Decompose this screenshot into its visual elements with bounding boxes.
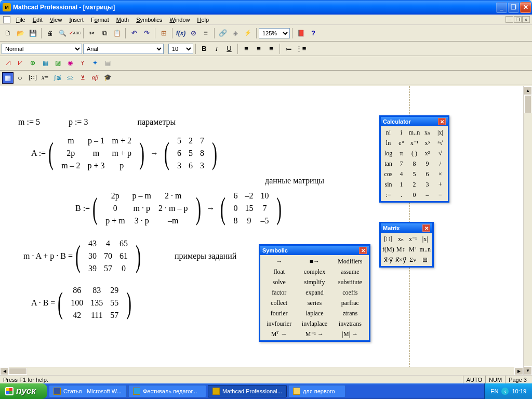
tray-back-icon[interactable]: ‹ bbox=[501, 388, 509, 395]
calc-cell-33[interactable]: – bbox=[421, 190, 434, 200]
calculator-toolbar-icon[interactable]: ▦ bbox=[2, 72, 14, 84]
open-button[interactable] bbox=[15, 28, 26, 39]
maximize-button[interactable]: ❐ bbox=[508, 2, 519, 13]
symbolic-cell-12[interactable]: collect bbox=[261, 298, 297, 308]
copy-button[interactable] bbox=[99, 28, 110, 39]
vertical-scrollbar[interactable]: ▲ ▼ bbox=[523, 86, 532, 375]
menu-help[interactable]: Help bbox=[194, 16, 213, 24]
matrix-expr2[interactable]: 868329 10013555 4211157 bbox=[65, 284, 124, 322]
cut-button[interactable] bbox=[86, 28, 98, 39]
spellcheck-button[interactable]: ABC bbox=[69, 28, 81, 39]
calculator-close-icon[interactable]: ✕ bbox=[438, 118, 446, 125]
style-select[interactable]: Normal bbox=[2, 44, 82, 54]
matrix-cell-3[interactable]: |x| bbox=[419, 234, 431, 244]
matrix-cell-0[interactable]: [∷] bbox=[382, 234, 395, 244]
calc-cell-14[interactable]: √ bbox=[434, 148, 447, 158]
zoom-trace-icon[interactable]: ⩗ bbox=[15, 58, 26, 69]
tray-clock[interactable]: 10:19 bbox=[512, 388, 526, 394]
symbolic-cell-6[interactable]: solve bbox=[261, 277, 297, 287]
matrix-cell-5[interactable]: M↕ bbox=[395, 244, 407, 255]
matrix-B-symbolic[interactable]: 2pp – m2 · m 0m · p2 · m – p p + m3 · p–… bbox=[100, 190, 193, 227]
numbering-button[interactable]: ⋮≡ bbox=[295, 43, 307, 55]
symbolic-cell-1[interactable]: ■→ bbox=[297, 256, 332, 267]
calculate-button[interactable]: = bbox=[200, 28, 211, 39]
matrix-cell-9[interactable]: x⃗×y⃗ bbox=[395, 255, 407, 265]
component-button[interactable]: ◈ bbox=[230, 28, 241, 39]
symbolic-cell-18[interactable]: invfourier bbox=[261, 318, 297, 329]
scroll-right-icon[interactable]: ▶ bbox=[514, 367, 523, 375]
calc-cell-10[interactable]: log bbox=[382, 148, 395, 158]
calc-cell-31[interactable]: . bbox=[395, 190, 408, 200]
calc-cell-15[interactable]: tan bbox=[382, 158, 395, 169]
calc-cell-8[interactable]: xʸ bbox=[421, 138, 434, 148]
horizontal-scrollbar[interactable]: ◀ ▶ bbox=[0, 367, 523, 375]
contour-plot-icon[interactable]: ▨ bbox=[52, 58, 63, 69]
underline-button[interactable]: U bbox=[223, 43, 235, 55]
mdi-restore-button[interactable]: ❐ bbox=[514, 16, 522, 23]
mdi-minimize-button[interactable]: – bbox=[506, 16, 513, 23]
italic-button[interactable]: I bbox=[211, 43, 222, 55]
close-button[interactable]: ✕ bbox=[520, 2, 531, 13]
calc-cell-1[interactable]: i bbox=[395, 127, 408, 138]
task-word[interactable]: Статья - Microsoft W... bbox=[49, 385, 127, 397]
symbolic-cell-15[interactable]: fourier bbox=[261, 308, 297, 318]
symbolic-cell-2[interactable]: Modifiers bbox=[332, 256, 368, 267]
menu-insert[interactable]: Insert bbox=[65, 16, 87, 24]
symbolic-cell-10[interactable]: expand bbox=[297, 287, 332, 298]
symbolic-cell-7[interactable]: simplify bbox=[297, 277, 332, 287]
calc-cell-29[interactable]: + bbox=[434, 179, 447, 190]
calc-cell-6[interactable]: eˣ bbox=[395, 138, 408, 148]
expr1-lhs[interactable]: m · A + p · B = bbox=[23, 251, 73, 261]
hyperlink-button[interactable]: 🔗 bbox=[217, 28, 229, 39]
symbolic-cell-19[interactable]: invlaplace bbox=[297, 318, 332, 329]
symbolic-palette[interactable]: Symbolic✕ →■→Modifiersfloatcomplexassume… bbox=[259, 244, 370, 342]
calc-cell-28[interactable]: 3 bbox=[421, 179, 434, 190]
print-button[interactable] bbox=[44, 28, 56, 39]
symbolic-cell-13[interactable]: series bbox=[297, 298, 332, 308]
calc-cell-21[interactable]: 4 bbox=[395, 169, 408, 179]
params-label[interactable]: параметры bbox=[137, 117, 176, 127]
calc-cell-7[interactable]: x⁻¹ bbox=[408, 138, 421, 148]
zoom-select[interactable]: 125% bbox=[259, 28, 290, 38]
insert-unit-button[interactable]: ⊘ bbox=[188, 28, 199, 39]
symbolic-cell-14[interactable]: parfrac bbox=[332, 298, 368, 308]
xy-plot-icon[interactable]: ⩘ bbox=[2, 58, 14, 69]
menu-edit[interactable]: Edit bbox=[29, 16, 46, 24]
task-folder[interactable]: для первого bbox=[288, 385, 345, 397]
matrix-cell-1[interactable]: xₙ bbox=[395, 234, 407, 244]
scroll-thumb-h[interactable] bbox=[9, 368, 27, 375]
calc-cell-27[interactable]: 2 bbox=[408, 179, 421, 190]
programming-toolbar-icon[interactable]: ⊻ bbox=[77, 72, 88, 84]
calc-cell-24[interactable]: × bbox=[434, 169, 447, 179]
calc-cell-0[interactable]: n! bbox=[382, 127, 395, 138]
calc-cell-5[interactable]: ln bbox=[382, 138, 395, 148]
undo-button[interactable] bbox=[128, 28, 140, 39]
calc-cell-17[interactable]: 8 bbox=[408, 158, 421, 169]
symbolic-cell-3[interactable]: float bbox=[261, 267, 297, 277]
matrix-B-numeric[interactable]: 6–210 0157 89–5 bbox=[228, 190, 274, 227]
graph-toolbar-icon[interactable]: ⫝ bbox=[15, 72, 26, 84]
symbolic-cell-16[interactable]: laplace bbox=[297, 308, 332, 318]
calc-cell-16[interactable]: 7 bbox=[395, 158, 408, 169]
B-lhs[interactable]: B := bbox=[75, 204, 90, 213]
m-definition[interactable]: m := 5 bbox=[18, 117, 40, 127]
scroll-thumb[interactable] bbox=[524, 95, 531, 113]
picture-icon[interactable]: ▤ bbox=[102, 58, 113, 69]
vector-plot-icon[interactable]: ✦ bbox=[89, 58, 101, 69]
symbolic-cell-4[interactable]: complex bbox=[297, 267, 332, 277]
scroll-left-icon[interactable]: ◀ bbox=[0, 367, 9, 375]
calc-cell-12[interactable]: ( ) bbox=[408, 148, 421, 158]
matrix-cell-4[interactable]: f(M) bbox=[382, 244, 395, 255]
menu-symbolics[interactable]: Symbolics bbox=[132, 16, 166, 24]
symbolic-cell-11[interactable]: coeffs bbox=[332, 287, 368, 298]
matrix-A-numeric[interactable]: 527 658 363 bbox=[172, 135, 209, 172]
calculator-palette[interactable]: Calculator✕ n!im..nxₙ|x|lneˣx⁻¹xʸⁿ√logπ(… bbox=[379, 115, 449, 203]
save-button[interactable] bbox=[27, 28, 38, 39]
symbolic-cell-23[interactable]: |M| → bbox=[332, 329, 368, 339]
symbolic-cell-8[interactable]: substitute bbox=[332, 277, 368, 287]
matrix-cell-8[interactable]: x⃗·y⃗ bbox=[382, 255, 395, 265]
calc-cell-26[interactable]: 1 bbox=[395, 179, 408, 190]
menu-format[interactable]: Format bbox=[87, 16, 113, 24]
menu-view[interactable]: View bbox=[46, 16, 66, 24]
calc-cell-4[interactable]: |x| bbox=[434, 127, 447, 138]
